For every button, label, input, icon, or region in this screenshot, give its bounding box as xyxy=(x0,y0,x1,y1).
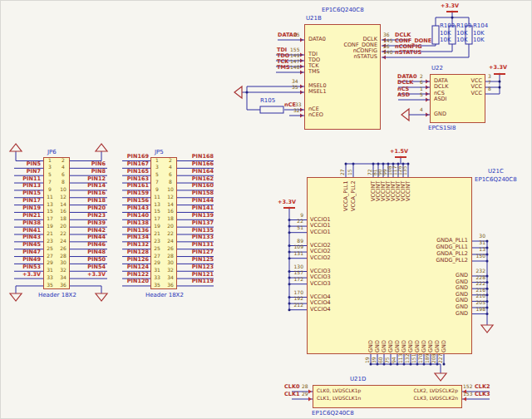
pin-number: 25 xyxy=(293,32,300,37)
header-pin-number: 12 xyxy=(165,195,175,200)
header-pin-number: 4 xyxy=(165,165,175,170)
u21c-pin-name: GND xyxy=(398,304,468,310)
net-label: PIN8 xyxy=(74,169,106,175)
header-pin-number: 5 xyxy=(152,172,162,177)
u22-pin-name: VCC xyxy=(448,84,482,90)
pin-number: 35 xyxy=(292,85,298,90)
pin-connection-arrow-icon xyxy=(300,65,303,69)
net-label: PIN120 xyxy=(121,279,149,284)
net-label: PIN14 xyxy=(74,183,106,189)
jp5-designator: JP5 xyxy=(155,150,164,155)
u21c-pin-name: VCCIO2 xyxy=(310,249,331,254)
u21b-designator: U21B xyxy=(306,16,322,22)
net-label: PIN127 xyxy=(180,249,214,255)
header-pin-number: 20 xyxy=(165,224,175,229)
pin-connection-arrow-icon xyxy=(300,91,303,95)
net-label: PIN17 xyxy=(12,198,41,204)
pin-number: 157 xyxy=(287,270,303,275)
net-label: PIN44 xyxy=(74,234,106,240)
u21c-pin-name: GND xyxy=(398,279,468,285)
header-pin-number: 28 xyxy=(165,254,175,259)
header-pin-number: 25 xyxy=(152,246,162,251)
header-pin-number: 20 xyxy=(58,224,68,229)
header-pin-number: 33 xyxy=(45,275,55,280)
header-pin-number: 17 xyxy=(45,216,55,221)
net-label: DCLK xyxy=(397,80,413,86)
u21c-pin-name: VCCIO4 xyxy=(310,307,331,313)
net-label: PIN124 xyxy=(121,264,149,270)
header-pin-number: 15 xyxy=(152,209,162,214)
net-label: PIN41 xyxy=(12,228,41,234)
net-label: PIN20 xyxy=(74,205,106,211)
header-pin-number: 5 xyxy=(45,172,55,177)
net-label: PIN50 xyxy=(74,257,106,263)
header-pin-number: 18 xyxy=(58,216,68,221)
u21c-pin-name: VCCIO4 xyxy=(310,300,331,306)
header-pin-number: 2 xyxy=(165,158,175,163)
jp5-footprint: Header 18X2 xyxy=(145,293,184,298)
header-pin-number: 31 xyxy=(152,268,162,273)
u21d-pin-name: CLK2, LVDSCLK2p xyxy=(385,388,458,393)
junction-dot xyxy=(486,247,489,249)
pin-number: 210 xyxy=(469,293,485,298)
header-pin-number: 29 xyxy=(45,260,55,265)
u21c-pin-name: GNDG_PLL2 xyxy=(398,258,468,264)
header-pin-number: 36 xyxy=(58,283,68,288)
u21c-pin-name: VCCINT xyxy=(406,180,412,201)
net-label: PIN11 xyxy=(12,176,41,182)
junction-dot xyxy=(486,293,489,296)
net-label: PIN144 xyxy=(180,198,214,204)
header-pin-number: 22 xyxy=(165,231,175,236)
net-label: PIN165 xyxy=(121,169,149,175)
pin-connection-arrow-icon xyxy=(308,390,312,394)
net-label: CLK0 xyxy=(284,384,299,390)
net-label: ASD xyxy=(397,92,410,98)
u22-pin-name: VCC xyxy=(448,91,482,96)
u21c-pin-name: GNDG_PLL1 xyxy=(398,244,468,250)
header-pin-number: 6 xyxy=(165,172,175,177)
resistor-body[interactable] xyxy=(260,106,283,113)
pin-connection-arrow-icon xyxy=(426,113,429,117)
header-pin-number: 1 xyxy=(152,158,162,163)
header-pin-number: 31 xyxy=(45,268,55,273)
junction-dot xyxy=(486,275,489,278)
net-label: PIN163 xyxy=(121,176,149,182)
ground-arrow-icon xyxy=(234,86,242,98)
u21b-pin-name: MSEL1 xyxy=(308,89,327,95)
pin-number: 152 xyxy=(463,384,472,389)
header-pin-number: 34 xyxy=(165,275,175,280)
header-pin-number: 16 xyxy=(58,209,68,214)
ground-arrow-icon xyxy=(10,293,22,301)
resistor-value: 10K xyxy=(456,31,468,37)
u21c-pin-name: GNDA_PLL1 xyxy=(398,238,468,244)
pin-number: 7 xyxy=(488,80,491,85)
u22-pin-name: DCLK xyxy=(434,84,448,90)
net-label: PIN156 xyxy=(121,198,149,204)
net-label: PIN167 xyxy=(121,161,149,167)
u21c-pin-name: GND xyxy=(398,292,468,298)
header-pin-number: 34 xyxy=(58,275,68,280)
header-pin-number: 24 xyxy=(165,239,175,244)
net-label: PIN15 xyxy=(12,190,41,196)
net-label: PIN45 xyxy=(12,242,41,248)
header-pin-number: 15 xyxy=(45,209,55,214)
u21d-pin-name: CLK1, LVDSCLK1n xyxy=(317,396,361,401)
resistor-value: 10K xyxy=(473,31,485,37)
resistor-body[interactable] xyxy=(432,26,439,44)
net-label: +3.3V xyxy=(12,272,41,278)
pin-number: 13 xyxy=(469,247,485,252)
pin-number: 228 xyxy=(469,275,485,280)
net-label: PIN7 xyxy=(12,169,41,175)
ground-arrow-icon xyxy=(96,293,107,301)
resistor-designator: R103 xyxy=(456,23,471,29)
pin-number: 8 xyxy=(488,86,491,91)
net-label: PIN42 xyxy=(74,228,106,234)
header-pin-number: 35 xyxy=(45,283,55,288)
resistor-value: 10K xyxy=(440,37,451,43)
resistor-value: 10K xyxy=(473,37,485,43)
header-pin-number: 26 xyxy=(165,246,175,251)
header-pin-number: 24 xyxy=(58,239,68,244)
net-label: PIN158 xyxy=(180,190,214,196)
header-pin-number: 25 xyxy=(45,246,55,251)
header-pin-number: 8 xyxy=(58,180,68,185)
